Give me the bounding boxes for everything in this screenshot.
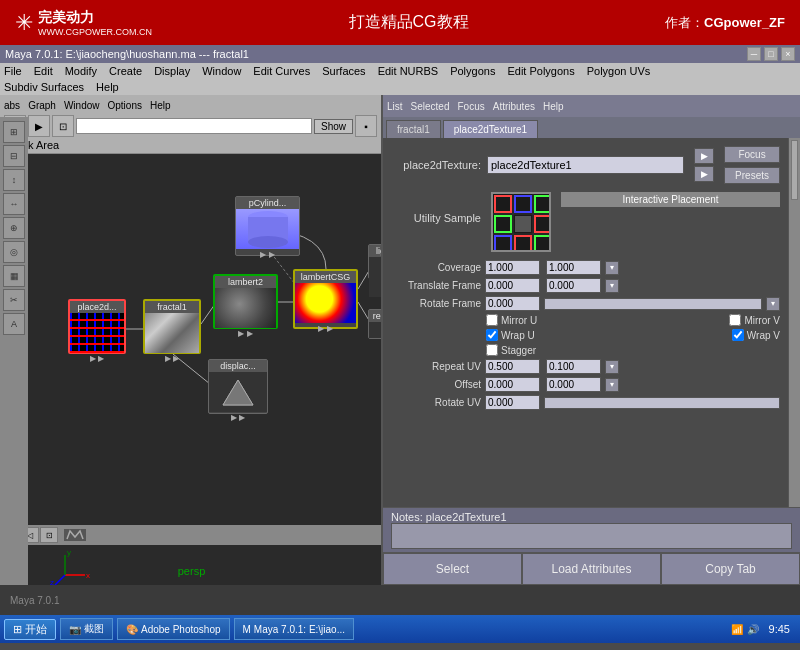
- attr-menu-list[interactable]: List: [387, 101, 403, 112]
- menu-polygons[interactable]: Polygons: [450, 65, 495, 77]
- taskbar-maya[interactable]: M Maya 7.0.1: E:\jiao...: [234, 618, 355, 640]
- node-lambert2[interactable]: lambert2 ▶ ▶: [213, 274, 278, 329]
- node-lambertcsg[interactable]: lambertCSG ▶ ▶: [293, 269, 358, 329]
- maya-logo: [63, 528, 87, 542]
- node-render[interactable]: rende...: [368, 309, 383, 339]
- translate-options-btn[interactable]: ▾: [605, 279, 619, 293]
- coverage-options-btn[interactable]: ▾: [605, 261, 619, 275]
- node-displac[interactable]: displac... ▶ ▶: [208, 359, 268, 414]
- menu-display[interactable]: Display: [154, 65, 190, 77]
- search-input[interactable]: [76, 118, 312, 134]
- rotate-frame-input[interactable]: [485, 296, 540, 311]
- mirror-u-item: Mirror U: [486, 314, 537, 326]
- menu-edit-polygons[interactable]: Edit Polygons: [507, 65, 574, 77]
- repeat-val2-input[interactable]: [546, 359, 601, 374]
- rotate-slider[interactable]: [544, 298, 762, 310]
- side-icon-1[interactable]: ⊞: [3, 121, 25, 143]
- attr-toolbar: List Selected Focus Attributes Help: [383, 95, 800, 117]
- side-icon-5[interactable]: ⊕: [3, 217, 25, 239]
- wrap-v-checkbox[interactable]: [732, 329, 744, 341]
- svg-line-16: [55, 575, 65, 585]
- side-icon-7[interactable]: ▦: [3, 265, 25, 287]
- load-attributes-button[interactable]: Load Attributes: [522, 553, 661, 585]
- hs-menu-window[interactable]: Window: [64, 100, 100, 111]
- texture-name-input[interactable]: [487, 156, 684, 174]
- window-controls[interactable]: ─ □ ×: [747, 47, 795, 61]
- menu-create[interactable]: Create: [109, 65, 142, 77]
- maya-taskbar-label: Maya 7.0.1: E:\jiao...: [254, 624, 345, 635]
- menu-surfaces[interactable]: Surfaces: [322, 65, 365, 77]
- attr-menu-focus[interactable]: Focus: [457, 101, 484, 112]
- attr-menu-attributes[interactable]: Attributes: [493, 101, 535, 112]
- close-button[interactable]: ×: [781, 47, 795, 61]
- hs-menu-abs[interactable]: abs: [4, 100, 20, 111]
- rotate-uv-slider[interactable]: [544, 397, 780, 409]
- icon-btn-1[interactable]: ▶: [694, 148, 714, 164]
- repeat-val1-input[interactable]: [485, 359, 540, 374]
- node-light[interactable]: light... 💡: [368, 244, 383, 279]
- show-button[interactable]: Show: [314, 119, 353, 134]
- rotate-options-btn[interactable]: ▾: [766, 297, 780, 311]
- repeat-options-btn[interactable]: ▾: [605, 360, 619, 374]
- side-icon-9[interactable]: A: [3, 313, 25, 335]
- offset-val1-input[interactable]: [485, 377, 540, 392]
- presets-button[interactable]: Presets: [724, 167, 780, 184]
- mini-btn-3[interactable]: ⊡: [40, 527, 58, 543]
- tab-fractal1[interactable]: fractal1: [386, 120, 441, 138]
- menu-edit-curves[interactable]: Edit Curves: [253, 65, 310, 77]
- side-icon-6[interactable]: ◎: [3, 241, 25, 263]
- side-icon-2[interactable]: ⊟: [3, 145, 25, 167]
- coverage-val1-input[interactable]: [485, 260, 540, 275]
- copy-tab-button[interactable]: Copy Tab: [661, 553, 800, 585]
- menu-edit-nurbs[interactable]: Edit NURBS: [378, 65, 439, 77]
- side-icon-3[interactable]: ↕: [3, 169, 25, 191]
- taskbar-screenshot[interactable]: 📷 截图: [60, 618, 113, 640]
- translate-val2-input[interactable]: [546, 278, 601, 293]
- offset-options-btn[interactable]: ▾: [605, 378, 619, 392]
- attr-menu-help[interactable]: Help: [543, 101, 564, 112]
- hs-menu-options[interactable]: Options: [108, 100, 142, 111]
- node-place2d[interactable]: place2d... ▶ ▶: [68, 299, 126, 354]
- menu-edit[interactable]: Edit: [34, 65, 53, 77]
- mirror-row: Mirror U Mirror V: [486, 314, 780, 326]
- stagger-checkbox[interactable]: [486, 344, 498, 356]
- coverage-val2-input[interactable]: [546, 260, 601, 275]
- menu-window[interactable]: Window: [202, 65, 241, 77]
- hs-menu-graph[interactable]: Graph: [28, 100, 56, 111]
- rotate-uv-input[interactable]: [485, 395, 540, 410]
- node-pcylinder[interactable]: pCylind... ▶ ▶: [235, 196, 300, 256]
- menu-file[interactable]: File: [4, 65, 22, 77]
- mirror-u-label: Mirror U: [501, 315, 537, 326]
- start-button[interactable]: ⊞ 开始: [4, 619, 56, 640]
- menu-help[interactable]: Help: [96, 81, 119, 93]
- node-displac-label: ▶ ▶: [209, 412, 267, 423]
- wrap-u-checkbox[interactable]: [486, 329, 498, 341]
- focus-button[interactable]: Focus: [724, 146, 780, 163]
- tb-btn3[interactable]: ⊡: [52, 115, 74, 137]
- menu-subdiv[interactable]: Subdiv Surfaces: [4, 81, 84, 93]
- node-fractal1[interactable]: fractal1 ▶ ▶: [143, 299, 201, 354]
- bottom-buttons: Select Load Attributes Copy Tab: [383, 552, 800, 585]
- maximize-button[interactable]: □: [764, 47, 778, 61]
- side-icon-4[interactable]: ↔: [3, 193, 25, 215]
- attr-scrollbar[interactable]: [788, 138, 800, 507]
- translate-val1-input[interactable]: [485, 278, 540, 293]
- tab-place2dtexture1[interactable]: place2dTexture1: [443, 120, 538, 138]
- node-fractal1-thumb: [145, 313, 199, 353]
- icon-btn-2[interactable]: ▶: [694, 166, 714, 182]
- taskbar-photoshop[interactable]: 🎨 Adobe Photoshop: [117, 618, 230, 640]
- mirror-u-checkbox[interactable]: [486, 314, 498, 326]
- tb-btn4[interactable]: ▪: [355, 115, 377, 137]
- attr-menu-selected[interactable]: Selected: [411, 101, 450, 112]
- minimize-button[interactable]: ─: [747, 47, 761, 61]
- offset-val2-input[interactable]: [546, 377, 601, 392]
- menu-polygon-uvs[interactable]: Polygon UVs: [587, 65, 651, 77]
- hs-menu-help[interactable]: Help: [150, 100, 171, 111]
- mirror-v-checkbox[interactable]: [729, 314, 741, 326]
- menu-modify[interactable]: Modify: [65, 65, 97, 77]
- status-bar: Maya 7.0.1: [0, 585, 800, 615]
- notes-input[interactable]: [391, 523, 792, 549]
- tb-btn2[interactable]: ▶: [28, 115, 50, 137]
- select-button[interactable]: Select: [383, 553, 522, 585]
- side-icon-8[interactable]: ✂: [3, 289, 25, 311]
